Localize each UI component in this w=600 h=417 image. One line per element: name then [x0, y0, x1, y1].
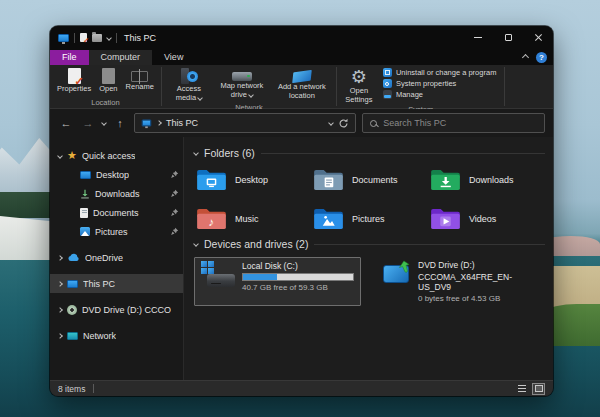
- item-count: 8 items: [58, 384, 85, 394]
- details-view-icon: [518, 385, 526, 392]
- help-icon[interactable]: ?: [536, 52, 547, 63]
- large-icons-view-icon: [535, 385, 543, 392]
- qat-customize-chevron-icon[interactable]: [106, 35, 112, 41]
- access-media-button[interactable]: Access media: [166, 67, 212, 103]
- this-pc-icon: [67, 280, 78, 288]
- disk-usage-fill: [243, 274, 277, 280]
- ribbon-group-location: ✓ Properties Open Rename Location: [50, 65, 161, 108]
- add-network-location-button[interactable]: Add a network location: [272, 67, 332, 101]
- back-button[interactable]: ←: [58, 117, 74, 129]
- status-bar: 8 items: [50, 380, 553, 396]
- drive-tile-local-disk-c[interactable]: Local Disk (C:) 40.7 GB free of 59.3 GB: [194, 257, 361, 306]
- section-header-folders[interactable]: Folders (6): [194, 147, 545, 159]
- folder-tile-documents[interactable]: Documents: [311, 166, 428, 193]
- music-folder-icon: ♪: [196, 207, 227, 230]
- pin-icon[interactable]: [170, 170, 179, 179]
- tab-computer[interactable]: Computer: [89, 50, 153, 65]
- minimize-icon: [474, 37, 482, 38]
- map-network-drive-button[interactable]: Map network drive: [214, 67, 270, 100]
- pin-icon[interactable]: [170, 189, 179, 198]
- drive-tile-dvd-d[interactable]: DVD Drive (D:) CCCOMA_X64FRE_EN-US_DV9 0…: [375, 257, 545, 306]
- collapse-ribbon-icon[interactable]: [522, 54, 529, 61]
- rename-button[interactable]: Rename: [123, 67, 157, 93]
- sidebar-item-quick-access[interactable]: ★ Quick access: [50, 146, 183, 165]
- forward-button[interactable]: →: [80, 117, 96, 129]
- folder-tile-music[interactable]: ♪ Music: [194, 205, 311, 232]
- system-properties-button[interactable]: System properties: [381, 79, 498, 88]
- breadcrumb[interactable]: This PC: [166, 118, 198, 128]
- tab-view[interactable]: View: [152, 50, 195, 65]
- sidebar-item-this-pc[interactable]: This PC: [50, 274, 183, 293]
- address-bar[interactable]: This PC: [134, 113, 356, 133]
- desktop-icon: [80, 171, 91, 179]
- uninstall-icon: [383, 68, 392, 77]
- maximize-button[interactable]: [493, 26, 523, 49]
- folders-grid: Desktop Documents Down: [194, 166, 545, 232]
- minimize-button[interactable]: [463, 26, 493, 49]
- uninstall-program-button[interactable]: Uninstall or change a program: [381, 68, 498, 77]
- sidebar-item-network[interactable]: Network: [50, 326, 183, 345]
- local-disk-icon: [201, 261, 235, 289]
- title-bar[interactable]: ✓ This PC: [50, 26, 553, 49]
- chevron-right-icon[interactable]: [57, 255, 63, 261]
- divider: [504, 67, 505, 106]
- sidebar-item-downloads[interactable]: Downloads: [50, 184, 183, 203]
- system-properties-icon: [383, 79, 392, 88]
- open-button[interactable]: Open: [96, 67, 120, 95]
- music-note-icon: ♪: [209, 216, 215, 228]
- sidebar-item-pictures[interactable]: Pictures: [50, 222, 183, 241]
- window-title: This PC: [124, 33, 156, 43]
- close-icon: [534, 33, 543, 42]
- section-header-devices[interactable]: Devices and drives (2): [194, 238, 545, 250]
- folder-tile-videos[interactable]: Videos: [428, 205, 545, 232]
- properties-button[interactable]: ✓ Properties: [54, 67, 94, 95]
- details-view-button[interactable]: [515, 383, 528, 395]
- chevron-down-icon[interactable]: [57, 153, 63, 159]
- close-button[interactable]: [523, 26, 553, 49]
- open-settings-button[interactable]: ⚙ Open Settings: [341, 67, 377, 105]
- sidebar-item-documents[interactable]: Documents: [50, 203, 183, 222]
- qat-properties-icon[interactable]: ✓: [80, 33, 87, 42]
- ribbon-group-network: Access media Map network drive Add a net…: [162, 65, 336, 108]
- maximize-icon: [505, 34, 512, 41]
- group-label-location: Location: [54, 98, 157, 108]
- folder-tile-pictures[interactable]: Pictures: [311, 205, 428, 232]
- check-icon: ✓: [83, 37, 89, 44]
- folder-tile-downloads[interactable]: Downloads: [428, 166, 545, 193]
- sidebar-item-onedrive[interactable]: OneDrive: [50, 248, 183, 267]
- pin-icon[interactable]: [170, 208, 179, 217]
- pin-icon[interactable]: [170, 227, 179, 236]
- onedrive-icon: [67, 253, 80, 262]
- refresh-icon[interactable]: [338, 118, 349, 129]
- search-box[interactable]: Search This PC: [362, 113, 545, 133]
- collapse-section-icon[interactable]: [193, 150, 199, 156]
- qat-new-folder-icon[interactable]: [92, 34, 102, 42]
- recent-locations-chevron-icon[interactable]: [101, 120, 107, 126]
- collapse-section-icon[interactable]: [193, 241, 199, 247]
- downloads-folder-icon: [430, 168, 461, 191]
- downloads-icon: [80, 189, 90, 199]
- disk-usage-bar: [242, 273, 354, 281]
- large-icons-view-button[interactable]: [532, 383, 545, 395]
- dropdown-icon: [197, 95, 203, 101]
- eject-arrow-icon: [396, 260, 410, 274]
- chevron-right-icon[interactable]: [57, 281, 63, 287]
- sidebar-item-desktop[interactable]: Desktop: [50, 165, 183, 184]
- search-input[interactable]: Search This PC: [383, 118, 446, 128]
- file-list-pane: Folders (6) Desktop: [184, 137, 553, 380]
- folder-tile-desktop[interactable]: Desktop: [194, 166, 311, 193]
- properties-icon: ✓: [68, 68, 81, 84]
- chevron-right-icon[interactable]: [57, 333, 63, 339]
- tab-file[interactable]: File: [50, 50, 89, 65]
- chevron-right-icon[interactable]: [57, 307, 63, 313]
- dvd-drive-icon: [381, 260, 411, 284]
- sidebar-item-dvd-drive[interactable]: DVD Drive (D:) CCCO: [50, 300, 183, 319]
- drives-row: Local Disk (C:) 40.7 GB free of 59.3 GB …: [194, 257, 545, 306]
- manage-button[interactable]: Manage: [381, 90, 498, 99]
- ribbon-group-system: ⚙ Open Settings Uninstall or change a pr…: [337, 65, 504, 108]
- up-button[interactable]: ↑: [112, 117, 128, 129]
- dvd-drive-icon: [67, 305, 77, 315]
- check-icon: ✓: [74, 76, 83, 87]
- breadcrumb-chevron-icon[interactable]: [156, 120, 162, 126]
- address-dropdown-icon[interactable]: [328, 120, 334, 126]
